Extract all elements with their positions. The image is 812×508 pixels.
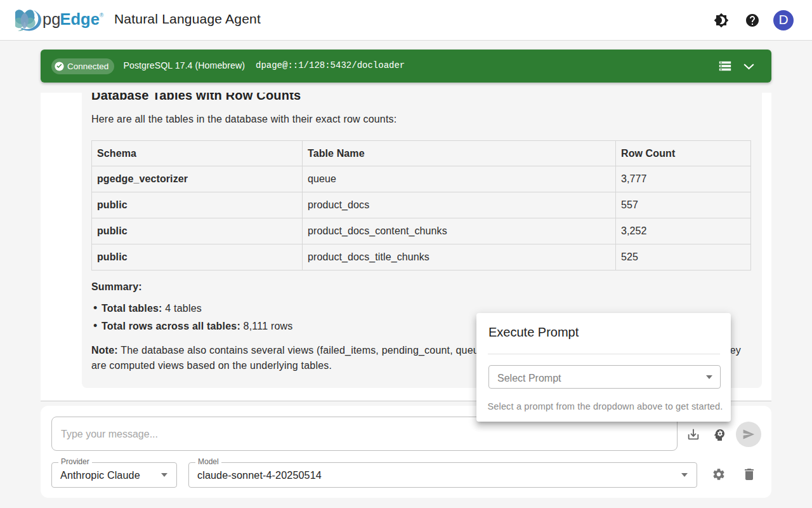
svg-text:®: ® <box>100 12 104 18</box>
svg-text:pg: pg <box>43 10 60 28</box>
svg-text:Edge: Edge <box>60 10 100 28</box>
